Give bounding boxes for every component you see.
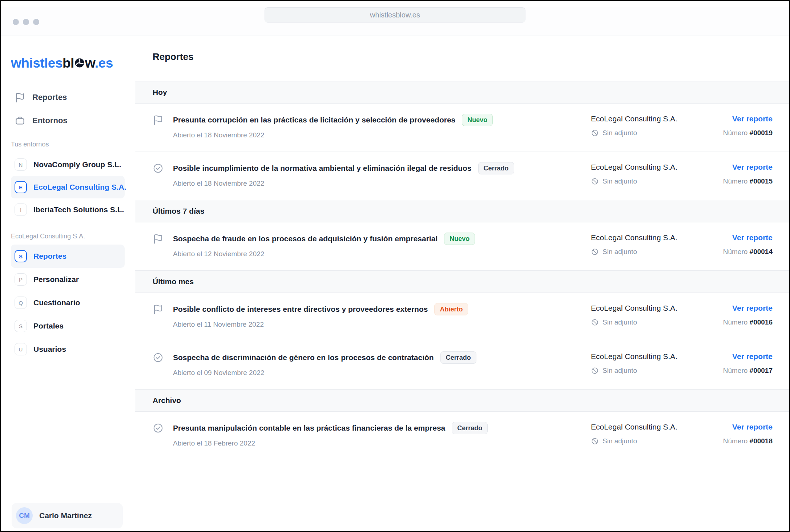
report-company: EcoLegal Consulting S.A. (591, 114, 677, 124)
environment-item-iberiatech[interactable]: I IberiaTech Solutions S.L. (11, 198, 125, 221)
flag-icon (153, 233, 164, 258)
report-number: Número #00018 (723, 437, 773, 445)
report-title: Posible incumplimiento de la normativa a… (173, 163, 472, 173)
status-badge: Cerrado (440, 351, 476, 364)
report-row[interactable]: Presunta corrupción en las prácticas de … (135, 104, 789, 152)
report-date: Abierto el 12 Noviembre 2022 (173, 250, 475, 258)
user-name: Carlo Martinez (39, 511, 92, 520)
report-company: EcoLegal Consulting S.A. (591, 233, 677, 243)
no-attachment-icon (591, 318, 599, 326)
report-title: Sospecha de discriminación de género en … (173, 352, 434, 363)
app-logo: whistlesblw.es (11, 56, 125, 71)
window-control-dot[interactable] (23, 19, 29, 25)
view-report-link[interactable]: Ver reporte (732, 233, 773, 243)
report-title: Presunta manipulación contable en las pr… (173, 423, 445, 433)
no-attachment-icon (591, 129, 599, 137)
view-report-link[interactable]: Ver reporte (732, 351, 773, 362)
report-company: EcoLegal Consulting S.A. (591, 351, 677, 362)
item-initial-badge: S (15, 320, 27, 332)
report-number: Número #00019 (723, 129, 773, 137)
company-section-label: EcoLegal Consulting S.A. (11, 233, 125, 240)
report-date: Abierto el 18 Noviembre 2022 (173, 180, 514, 188)
check-circle-icon (153, 163, 164, 188)
environment-initial-badge: E (15, 181, 27, 193)
report-row[interactable]: Sospecha de discriminación de género en … (135, 341, 789, 389)
logo-part: whistles (11, 56, 63, 70)
sidebar-item-label: Personalizar (33, 275, 79, 284)
sidebar-item-entornos[interactable]: Entornos (11, 112, 125, 129)
no-attachment-icon (591, 367, 599, 375)
report-title: Sospecha de fraude en los procesos de ad… (173, 234, 438, 244)
report-row[interactable]: Posible conflicto de intereses entre dir… (135, 293, 789, 341)
status-badge: Abierto (434, 303, 468, 315)
report-date: Abierto el 18 Febrero 2022 (173, 439, 488, 447)
sidebar-item-portales[interactable]: S Portales (11, 314, 125, 338)
environment-initial-badge: N (15, 158, 27, 171)
attachment-status: Sin adjunto (602, 129, 637, 137)
item-initial-badge: P (15, 273, 27, 286)
status-badge: Cerrado (452, 422, 488, 434)
report-row[interactable]: Sospecha de fraude en los procesos de ad… (135, 222, 789, 270)
flag-icon (153, 114, 164, 139)
sidebar: whistlesblw.es Reportes Entornos Tus ent… (1, 36, 135, 532)
main-content: Reportes Hoy Presunta corrupción en las … (135, 36, 789, 532)
section-header-ultimos-7-dias: Últimos 7 días (135, 200, 789, 222)
environment-item-novacomply[interactable]: N NovaComply Group S.L. (11, 153, 125, 176)
logo-aperture-icon (74, 56, 85, 67)
sidebar-item-cuestionario[interactable]: Q Cuestionario (11, 291, 125, 314)
environment-name: EcoLegal Consulting S.A. (33, 183, 126, 192)
environments-section-label: Tus entornos (11, 141, 125, 148)
sidebar-item-label: Reportes (32, 93, 67, 102)
sidebar-item-usuarios[interactable]: U Usuarios (11, 338, 125, 361)
report-company: EcoLegal Consulting S.A. (591, 303, 677, 313)
report-date: Abierto el 09 Noviembre 2022 (173, 369, 476, 377)
address-bar[interactable]: whistlesblow.es (265, 7, 525, 23)
section-header-archivo: Archivo (135, 389, 789, 412)
flag-icon (153, 304, 164, 329)
report-company: EcoLegal Consulting S.A. (591, 162, 677, 172)
attachment-status: Sin adjunto (602, 318, 637, 326)
sidebar-item-personalizar[interactable]: P Personalizar (11, 268, 125, 291)
window-control-dot[interactable] (33, 19, 39, 25)
avatar: CM (16, 507, 33, 524)
item-initial-badge: Q (15, 297, 27, 309)
attachment-status: Sin adjunto (602, 437, 637, 445)
report-row[interactable]: Presunta manipulación contable en las pr… (135, 412, 789, 460)
app-window: whistlesblow.es whistlesblw.es Reportes … (0, 0, 790, 532)
user-menu[interactable]: CM Carlo Martinez (12, 503, 123, 528)
sidebar-item-company-reportes[interactable]: S Reportes (11, 245, 125, 268)
section-header-hoy: Hoy (135, 81, 789, 104)
report-company: EcoLegal Consulting S.A. (591, 422, 677, 432)
sidebar-item-label: Cuestionario (33, 298, 80, 307)
item-initial-badge: S (15, 250, 27, 262)
sidebar-item-label: Reportes (33, 252, 66, 261)
attachment-status: Sin adjunto (602, 367, 637, 375)
sidebar-item-label: Entornos (32, 116, 68, 125)
report-number: Número #00016 (723, 318, 773, 326)
environment-name: IberiaTech Solutions S.L. (33, 205, 124, 214)
check-circle-icon (153, 423, 164, 447)
section-header-ultimo-mes: Último mes (135, 270, 789, 293)
view-report-link[interactable]: Ver reporte (732, 114, 773, 124)
window-controls[interactable] (13, 19, 39, 25)
status-badge: Nuevo (444, 233, 475, 245)
logo-part: bl (63, 56, 74, 70)
view-report-link[interactable]: Ver reporte (732, 303, 773, 313)
report-row[interactable]: Posible incumplimiento de la normativa a… (135, 152, 789, 200)
attachment-status: Sin adjunto (602, 248, 637, 256)
window-control-dot[interactable] (13, 19, 19, 25)
no-attachment-icon (591, 437, 599, 445)
flag-icon (15, 92, 25, 103)
attachment-status: Sin adjunto (602, 177, 637, 185)
report-number: Número #00015 (723, 177, 773, 185)
page-title: Reportes (153, 51, 789, 63)
status-badge: Nuevo (462, 114, 493, 126)
environment-name: NovaComply Group S.L. (33, 160, 121, 169)
environment-item-ecolegal[interactable]: E EcoLegal Consulting S.A. (11, 176, 125, 198)
report-date: Abierto el 18 Noviembre 2022 (173, 131, 493, 139)
view-report-link[interactable]: Ver reporte (732, 162, 773, 172)
sidebar-item-reportes[interactable]: Reportes (11, 89, 125, 106)
view-report-link[interactable]: Ver reporte (732, 422, 773, 432)
report-title: Posible conflicto de intereses entre dir… (173, 304, 428, 314)
logo-part: .es (95, 56, 113, 70)
